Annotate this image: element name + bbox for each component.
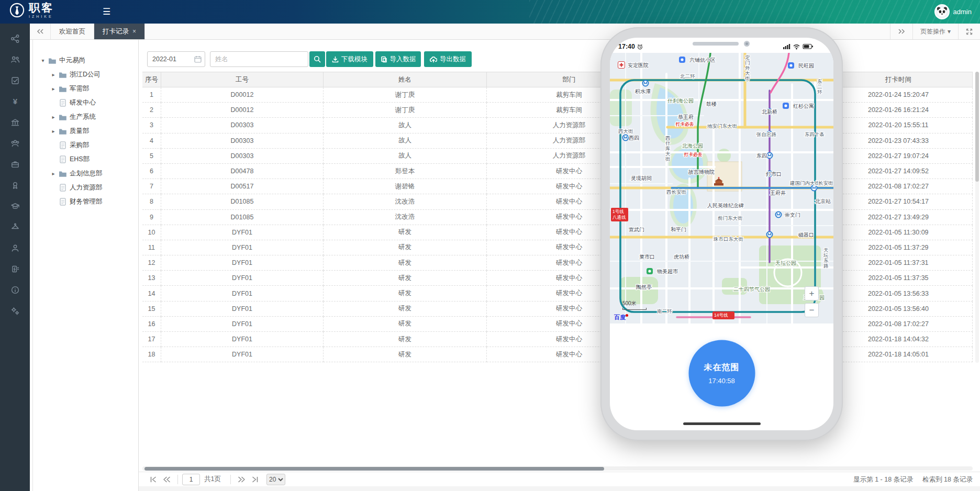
tree-item[interactable]: 人力资源部 bbox=[33, 181, 138, 195]
table-cell: 2022-01-20 15:55:11 bbox=[825, 118, 973, 133]
table-cell: D01085 bbox=[161, 210, 324, 225]
tree-item-label: 财务管理部 bbox=[70, 197, 103, 206]
tree-item[interactable]: ▸浙江D公司 bbox=[33, 68, 138, 82]
download-template-button[interactable]: 下载模块 bbox=[326, 51, 373, 67]
tree-caret-icon[interactable]: ▸ bbox=[51, 114, 56, 120]
map-label: 西四 bbox=[629, 135, 639, 141]
export-data-button[interactable]: 导出数据 bbox=[424, 51, 472, 67]
prev-page-button[interactable] bbox=[160, 474, 173, 485]
table-row[interactable]: 14DYF01研发研发中心2022-01-05 13:56:33 bbox=[142, 286, 973, 301]
tree-caret-icon[interactable]: ▸ bbox=[51, 86, 56, 92]
tab-actions-dropdown[interactable]: 页签操作▾ bbox=[912, 24, 958, 39]
table-row[interactable]: 10DYF01研发研发中心2022-01-05 11:30:09 bbox=[142, 225, 973, 240]
bank-icon[interactable] bbox=[10, 118, 20, 127]
table-cell: 2022-01-26 16:21:24 bbox=[825, 103, 973, 118]
table-horizontal-scrollbar[interactable] bbox=[142, 466, 973, 471]
table-row[interactable]: 13DYF01研发研发中心2022-01-05 11:37:35 bbox=[142, 271, 973, 286]
scrollbar-thumb[interactable] bbox=[144, 467, 604, 471]
table-row[interactable]: 18DYF01研发研发中心2022-01-18 14:05:01 bbox=[142, 347, 973, 362]
map-zoom-out-button[interactable]: − bbox=[805, 303, 819, 317]
map-zoom-in-button[interactable]: + bbox=[805, 286, 819, 300]
tree-item[interactable]: EHS部 bbox=[33, 152, 138, 166]
tree-item[interactable]: ▸企划信息部 bbox=[33, 166, 138, 181]
phone-time-label: 17:40 bbox=[618, 43, 635, 50]
tree-item[interactable]: 采购部 bbox=[33, 138, 138, 152]
month-picker[interactable] bbox=[147, 51, 205, 67]
table-cell: 18 bbox=[142, 347, 161, 362]
tree-caret-icon[interactable]: ▸ bbox=[51, 171, 56, 176]
members-icon[interactable] bbox=[10, 55, 20, 64]
map-view[interactable]: 六铺炕小区民旺园安定医院北二环定门外大街东二环积水潭什刹海公园鼓楼北新桥红杉公寓… bbox=[610, 53, 833, 323]
first-page-button[interactable] bbox=[146, 474, 160, 485]
table-row[interactable]: 4D00303故人人力资源部2022-01-23 07:43:33 bbox=[142, 133, 973, 149]
table-row[interactable]: 11DYF01研发研发中心2022-01-05 11:37:29 bbox=[142, 240, 973, 255]
page-number-input[interactable] bbox=[182, 474, 200, 485]
tree-caret-icon[interactable]: ▾ bbox=[40, 58, 46, 63]
next-page-button[interactable] bbox=[235, 474, 249, 485]
tree-item[interactable]: 研发中心 bbox=[33, 96, 138, 110]
tree-item[interactable]: ▸军需部 bbox=[33, 82, 138, 96]
search-button[interactable] bbox=[309, 51, 325, 67]
table-cell: 故人 bbox=[324, 149, 487, 164]
tree-item[interactable]: ▾中元易尚 bbox=[33, 53, 138, 68]
username-label[interactable]: admin bbox=[953, 8, 972, 16]
table-cell: 4 bbox=[142, 133, 161, 149]
page-size-select[interactable]: 20 bbox=[266, 474, 285, 485]
column-header: 序号 bbox=[142, 72, 161, 87]
tree-item[interactable]: ▸生产系统 bbox=[33, 110, 138, 124]
tabs-scroll-left-icon[interactable] bbox=[30, 24, 51, 39]
team-icon[interactable] bbox=[10, 139, 20, 148]
profile-icon[interactable] bbox=[10, 243, 20, 253]
table-vertical-scrollbar[interactable] bbox=[975, 72, 979, 363]
tabs-scroll-right-icon[interactable] bbox=[890, 24, 912, 39]
tree-caret-icon[interactable]: ▸ bbox=[51, 72, 56, 77]
table-row[interactable]: 6D00478郑登本研发中心2022-01-27 14:09:52 bbox=[142, 164, 973, 179]
map-label: 天坛公园 bbox=[775, 260, 796, 266]
table-row[interactable]: 8D01085沈改浩研发中心2022-01-27 10:54:17 bbox=[142, 194, 973, 209]
approval-icon[interactable] bbox=[10, 76, 20, 85]
tree-item[interactable]: 财务管理部 bbox=[33, 195, 138, 209]
month-input[interactable] bbox=[148, 55, 190, 63]
badge-icon[interactable] bbox=[10, 181, 20, 190]
avatar[interactable] bbox=[934, 4, 950, 19]
tree-caret-icon[interactable]: ▸ bbox=[51, 128, 56, 134]
fullscreen-toggle-icon[interactable] bbox=[958, 24, 980, 39]
map-label: 菜市口 bbox=[639, 254, 655, 260]
uniform-icon[interactable] bbox=[10, 222, 20, 232]
table-row[interactable]: 12DYF01研发研发中心2022-01-05 11:37:31 bbox=[142, 255, 973, 271]
table-cell: DYF01 bbox=[161, 271, 324, 286]
training-icon[interactable] bbox=[10, 202, 20, 211]
last-page-button[interactable] bbox=[249, 474, 262, 485]
table-cell: 14 bbox=[142, 286, 161, 301]
import-data-button[interactable]: 导入数据 bbox=[375, 51, 421, 67]
map-label: 崇文门 bbox=[785, 212, 800, 218]
table-cell: 故人 bbox=[324, 118, 487, 133]
table-row[interactable]: 9D01085沈改浩研发中心2022-01-27 13:49:29 bbox=[142, 210, 973, 225]
table-cell: 2022-01-18 14:04:32 bbox=[825, 332, 973, 347]
tree-item[interactable]: ▸质量部 bbox=[33, 124, 138, 138]
table-row[interactable]: 1D00012谢丁庚裁剪车间2022-01-24 15:20:47 bbox=[142, 87, 973, 103]
about-icon[interactable] bbox=[10, 285, 20, 295]
table-cell: 12 bbox=[142, 255, 161, 271]
briefcase-icon[interactable] bbox=[10, 160, 20, 169]
table-row[interactable]: 5D00303故人人力资源部2022-01-27 19:07:24 bbox=[142, 149, 973, 164]
settings-icon[interactable] bbox=[10, 306, 20, 316]
tab-close-icon[interactable]: × bbox=[132, 28, 136, 35]
device-icon[interactable] bbox=[10, 264, 20, 274]
salary-icon[interactable]: ¥ bbox=[10, 97, 20, 106]
table-row[interactable]: 7D00517谢碧铬研发中心2022-01-08 17:02:27 bbox=[142, 179, 973, 194]
tab-clock-records[interactable]: 打卡记录 × bbox=[94, 24, 145, 39]
table-row[interactable]: 17DYF01研发研发中心2022-01-18 14:04:32 bbox=[142, 332, 973, 347]
map-label: 人民英雄纪念碑 bbox=[707, 203, 744, 208]
name-search-input[interactable] bbox=[210, 51, 308, 67]
table-row[interactable]: 16DYF01研发研发中心2022-01-08 17:02:27 bbox=[142, 317, 973, 332]
table-row[interactable]: 3D00303故人人力资源部2022-01-20 15:55:11 bbox=[142, 118, 973, 133]
table-cell: D00303 bbox=[161, 149, 324, 164]
table-row[interactable]: 15DYF01研发研发中心2022-01-05 13:56:40 bbox=[142, 302, 973, 317]
org-structure-icon[interactable] bbox=[10, 34, 20, 43]
clock-in-button[interactable]: 未在范围 17:40:58 bbox=[688, 340, 755, 407]
hamburger-menu-icon[interactable]: ☰ bbox=[103, 0, 110, 24]
app-logo[interactable]: 职客 IZHIKE bbox=[9, 2, 54, 18]
table-row[interactable]: 2D00012谢丁庚裁剪车间2022-01-26 16:21:24 bbox=[142, 103, 973, 118]
tab-welcome[interactable]: 欢迎首页 bbox=[51, 24, 94, 39]
